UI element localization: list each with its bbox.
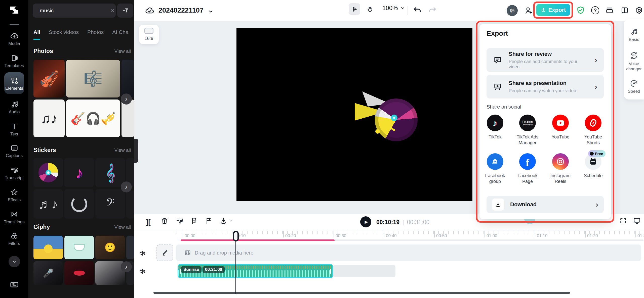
view-all-link[interactable]: View all xyxy=(114,147,131,153)
giphy-thumb-kid[interactable]: 🙂 xyxy=(95,236,125,259)
video-track-placeholder[interactable]: Drag and drop media here xyxy=(176,244,641,261)
photo-thumb-notes[interactable]: ♫♪ xyxy=(33,100,65,137)
panel-collapse-handle[interactable] xyxy=(134,139,138,163)
delete-button[interactable] xyxy=(160,217,169,225)
hand-tool-button[interactable] xyxy=(364,3,376,15)
sidebar-item-effects[interactable]: Effects xyxy=(0,188,28,203)
giphy-thumb-lips[interactable] xyxy=(64,261,94,285)
track-download-button[interactable] xyxy=(219,217,233,225)
sidebar-item-filters[interactable]: Filters xyxy=(0,232,28,246)
sidebar-item-media[interactable]: Media xyxy=(0,32,28,46)
tab-all[interactable]: All xyxy=(33,29,40,40)
ai-marker-button[interactable]: AI xyxy=(190,217,198,225)
giphy-thumb-partial[interactable] xyxy=(126,236,134,259)
giphy-thumb-cartoon[interactable] xyxy=(33,236,63,259)
sticker-thumb-horn[interactable]: 𝄢 xyxy=(95,189,125,219)
aspect-ratio-button[interactable]: 16:9 xyxy=(139,25,159,44)
sticker-thumb-pink-note[interactable]: ♪ xyxy=(64,158,94,187)
trim-handle-left[interactable] xyxy=(180,269,181,274)
sidebar-item-templates[interactable]: Templates xyxy=(0,54,28,68)
giphy-thumb-bw[interactable] xyxy=(95,261,125,285)
photo-thumb-violin[interactable]: 🎻 xyxy=(33,60,65,97)
sidebar-item-transitions[interactable]: Transitions xyxy=(0,210,28,225)
tab-ai[interactable]: AI Cha xyxy=(112,29,128,40)
zoom-level-dropdown[interactable]: 100% xyxy=(382,5,405,12)
project-menu-chevron-icon[interactable] xyxy=(208,9,214,15)
clear-search-icon[interactable]: × xyxy=(111,7,114,14)
export-button[interactable]: Export xyxy=(536,4,570,16)
sticker-thumb-notes-splash[interactable]: ♬♪ xyxy=(33,189,63,219)
audio-track-mute-button[interactable] xyxy=(139,268,146,275)
giphy-next-button[interactable]: › xyxy=(121,261,132,272)
sticker-thumb-treble-clef[interactable]: 𝄞 xyxy=(95,158,125,187)
sidebar-item-audio[interactable]: Audio xyxy=(0,100,28,115)
edit-cover-button[interactable] xyxy=(156,244,173,261)
filter-button[interactable] xyxy=(117,4,133,18)
cloud-sync-icon[interactable] xyxy=(145,6,154,16)
play-button[interactable]: ▶ xyxy=(360,216,371,227)
redo-button[interactable] xyxy=(428,6,437,15)
sticker-thumb-partial-2[interactable] xyxy=(126,189,134,219)
layout-panels-button[interactable] xyxy=(620,6,629,15)
social-facebook-page[interactable]: f FacebookPage xyxy=(512,153,543,184)
giphy-thumb-teacup[interactable] xyxy=(64,236,94,259)
safety-shield-button[interactable] xyxy=(576,6,585,15)
photo-thumb-sheet-music[interactable]: 🎼 xyxy=(66,60,120,97)
keyboard-shortcuts-button[interactable] xyxy=(9,279,19,289)
billing-button[interactable] xyxy=(605,6,614,15)
social-tiktok-ads-manager[interactable]: TikTok: For Business TikTok AdsManager xyxy=(512,115,543,146)
select-tool-button[interactable] xyxy=(349,3,360,15)
split-clip-button[interactable]: ][ xyxy=(146,218,151,226)
search-bar[interactable]: × xyxy=(33,4,116,18)
undo-button[interactable] xyxy=(413,6,422,15)
fullscreen-button[interactable] xyxy=(619,217,627,224)
timeline-scrollbar[interactable] xyxy=(153,292,570,294)
invite-collaborator-button[interactable] xyxy=(524,6,533,15)
project-title[interactable]: 202402221107 xyxy=(158,7,204,14)
auto-captions-button[interactable] xyxy=(176,217,184,225)
audio-clip-sunrise[interactable]: Sunrise 00:31:00 xyxy=(178,264,333,278)
settings-button[interactable] xyxy=(635,6,643,15)
video-preview[interactable] xyxy=(236,28,472,201)
view-all-link[interactable]: View all xyxy=(114,224,131,230)
photo-thumb-partial-2[interactable] xyxy=(122,100,134,137)
social-facebook-group[interactable]: Facebookgroup xyxy=(480,153,510,184)
stickers-next-button[interactable]: › xyxy=(121,181,132,192)
photo-thumb-partial[interactable] xyxy=(122,60,134,97)
avatar[interactable]: 韩 xyxy=(507,5,518,16)
shield-check-icon xyxy=(576,6,585,15)
rail-more-button[interactable] xyxy=(9,256,20,267)
sticker-thumb-disc[interactable] xyxy=(33,158,63,187)
search-input[interactable] xyxy=(40,8,108,14)
social-youtube[interactable]: YouTube xyxy=(545,115,576,140)
share-for-review-row[interactable]: Share for review People can add comments… xyxy=(487,48,604,72)
sidebar-item-captions[interactable]: Captions xyxy=(0,144,28,158)
sticker-thumb-chain[interactable] xyxy=(64,189,94,219)
playhead-handle[interactable] xyxy=(233,231,239,241)
sidebar-item-transcript[interactable]: Transcript xyxy=(0,166,28,180)
download-row[interactable]: Download › xyxy=(487,196,604,213)
ruler-major-tick xyxy=(635,231,636,237)
sidebar-item-elements[interactable]: Elements xyxy=(0,76,28,91)
photos-next-button[interactable]: › xyxy=(121,93,132,105)
sidebar-item-text[interactable]: T Text xyxy=(0,122,28,137)
video-track-mute-button[interactable] xyxy=(139,250,146,257)
tab-stock-videos[interactable]: Stock videos xyxy=(49,29,79,40)
tool-basic[interactable]: Basic xyxy=(624,28,644,42)
ruler-minor-ticks[interactable] xyxy=(177,231,644,234)
tool-speed[interactable]: Speed xyxy=(624,79,644,94)
trim-handle-right[interactable] xyxy=(330,269,331,274)
social-schedule[interactable]: Free Schedule xyxy=(578,153,608,179)
social-instagram-reels[interactable]: InstagramReels xyxy=(545,153,576,184)
flag-marker-button[interactable] xyxy=(205,217,213,225)
help-button[interactable]: ? xyxy=(591,6,599,14)
photo-thumb-instruments[interactable]: 🎸🎧🎺 xyxy=(66,100,120,137)
tool-voice-changer[interactable]: Voicechanger xyxy=(624,51,644,72)
preview-mode-button[interactable] xyxy=(633,217,641,225)
share-as-presentation-row[interactable]: Share as presentation People can only wa… xyxy=(487,75,604,98)
giphy-thumb-portrait[interactable]: 🎤 xyxy=(33,261,63,285)
social-tiktok[interactable]: ♪ TikTok xyxy=(480,115,510,140)
social-youtube-shorts[interactable]: YouTubeShorts xyxy=(578,115,608,146)
view-all-link[interactable]: View all xyxy=(114,48,131,54)
tab-photos[interactable]: Photos xyxy=(87,29,104,40)
